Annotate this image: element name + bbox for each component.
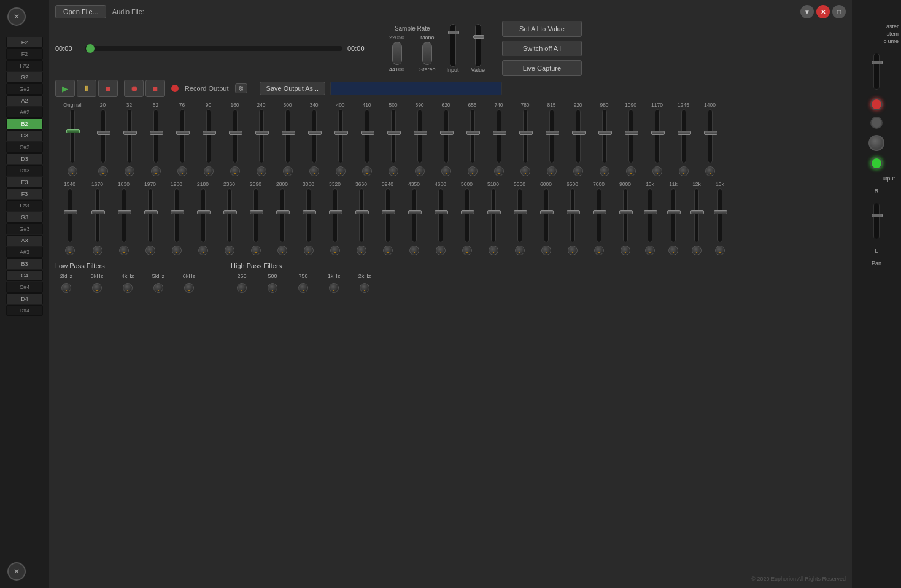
eq-fader-4350[interactable] xyxy=(412,188,417,242)
eq-knob-20[interactable] xyxy=(98,166,108,176)
eq-fader-1540[interactable] xyxy=(68,188,72,242)
eq-knob-740[interactable] xyxy=(494,166,504,176)
eq-knob-620[interactable] xyxy=(441,166,451,176)
hpf-knob-1k[interactable] xyxy=(329,283,339,293)
eq-fader-thumb-4350[interactable] xyxy=(408,210,422,214)
live-capture-button[interactable]: Live Capture xyxy=(502,60,582,76)
eq-knob-240[interactable] xyxy=(257,166,266,176)
eq-fader-815[interactable] xyxy=(549,109,554,163)
eq-fader-10k[interactable] xyxy=(648,188,652,242)
eq-knob-1970[interactable] xyxy=(145,246,155,255)
piano-key-d3[interactable]: D3 xyxy=(6,153,43,164)
piano-key-dsharp4[interactable]: D#4 xyxy=(6,305,43,316)
eq-fader-thumb-920[interactable] xyxy=(572,131,586,135)
eq-fader-thumb-5180[interactable] xyxy=(487,210,501,214)
eq-knob-10k[interactable] xyxy=(645,246,655,255)
pause-button[interactable]: ⏸ xyxy=(77,80,96,97)
eq-fader-340[interactable] xyxy=(312,109,317,163)
sample-rate-22050-slider[interactable] xyxy=(392,42,402,65)
eq-fader-thumb-2180[interactable] xyxy=(197,210,211,214)
set-all-to-value-button[interactable]: Set All to Value xyxy=(502,21,582,37)
eq-fader-620[interactable] xyxy=(444,109,449,163)
eq-fader-1980[interactable] xyxy=(174,188,179,242)
eq-fader-thumb-2800[interactable] xyxy=(276,210,290,214)
eq-fader-thumb-590[interactable] xyxy=(414,131,427,135)
eq-fader-thumb-20[interactable] xyxy=(97,131,110,135)
eq-fader-3080[interactable] xyxy=(306,188,311,242)
hpf-knob-2k[interactable] xyxy=(360,283,369,293)
eq-fader-thumb-410[interactable] xyxy=(361,131,374,135)
eq-knob-815[interactable] xyxy=(547,166,557,176)
eq-knob-original[interactable] xyxy=(68,166,77,176)
save-output-button[interactable]: Save Output As... xyxy=(260,82,326,95)
eq-fader-thumb-12k[interactable] xyxy=(690,210,704,214)
eq-knob-2180[interactable] xyxy=(198,246,208,255)
eq-fader-5000[interactable] xyxy=(465,188,470,242)
eq-fader-655[interactable] xyxy=(470,109,475,163)
piano-key-asharp2[interactable]: A#2 xyxy=(6,107,43,118)
eq-fader-52[interactable] xyxy=(153,109,158,163)
hpf-knob-750[interactable] xyxy=(298,283,308,293)
eq-knob-52[interactable] xyxy=(151,166,161,176)
eq-knob-2360[interactable] xyxy=(225,246,234,255)
eq-fader-thumb-11k[interactable] xyxy=(667,210,681,214)
eq-fader-300[interactable] xyxy=(285,109,290,163)
open-file-button[interactable]: Open File... xyxy=(55,5,106,18)
eq-fader-thumb-2360[interactable] xyxy=(223,210,237,214)
eq-fader-thumb-740[interactable] xyxy=(493,131,506,135)
eq-fader-920[interactable] xyxy=(576,109,581,163)
piano-key-c3[interactable]: C3 xyxy=(6,130,43,141)
progress-indicator[interactable] xyxy=(86,44,95,53)
eq-fader-thumb-1830[interactable] xyxy=(118,210,131,214)
eq-fader-410[interactable] xyxy=(365,109,369,163)
switch-off-all-button[interactable]: Switch off All xyxy=(502,41,582,56)
piano-key-a2[interactable]: A2 xyxy=(6,95,43,106)
output-filename-input[interactable] xyxy=(330,82,502,95)
eq-fader-240[interactable] xyxy=(259,109,264,163)
eq-fader-thumb-6000[interactable] xyxy=(540,210,554,214)
eq-fader-1090[interactable] xyxy=(628,109,633,163)
eq-knob-780[interactable] xyxy=(520,166,530,176)
eq-fader-7000[interactable] xyxy=(597,188,601,242)
eq-fader-2360[interactable] xyxy=(227,188,232,242)
eq-knob-5560[interactable] xyxy=(515,246,525,255)
piano-key-g3[interactable]: G3 xyxy=(6,212,43,223)
eq-knob-6500[interactable] xyxy=(568,246,578,255)
bottom-left-corner-button[interactable]: ✕ xyxy=(7,562,26,581)
eq-knob-920[interactable] xyxy=(573,166,583,176)
eq-fader-9000[interactable] xyxy=(623,188,628,242)
eq-knob-4680[interactable] xyxy=(436,246,446,255)
eq-fader-1400[interactable] xyxy=(708,109,713,163)
piano-key-gsharp2[interactable]: G#2 xyxy=(6,83,43,95)
eq-fader-1970[interactable] xyxy=(148,188,153,242)
eq-fader-thumb-1980[interactable] xyxy=(171,210,184,214)
eq-knob-980[interactable] xyxy=(600,166,609,176)
eq-fader-90[interactable] xyxy=(206,109,211,163)
eq-fader-thumb-300[interactable] xyxy=(282,131,295,135)
eq-fader-740[interactable] xyxy=(497,109,501,163)
eq-fader-thumb-2590[interactable] xyxy=(250,210,263,214)
eq-knob-12k[interactable] xyxy=(692,246,702,255)
piano-key-g2[interactable]: G2 xyxy=(6,72,43,83)
eq-fader-thumb-1670[interactable] xyxy=(91,210,105,214)
eq-knob-90[interactable] xyxy=(204,166,214,176)
eq-knob-1400[interactable] xyxy=(705,166,715,176)
eq-knob-3320[interactable] xyxy=(330,246,340,255)
stereo-mono-slider[interactable] xyxy=(422,42,432,65)
eq-fader-thumb-3080[interactable] xyxy=(303,210,316,214)
eq-fader-13k[interactable] xyxy=(717,188,722,242)
eq-fader-thumb-original[interactable] xyxy=(66,129,80,133)
piano-key-csharp3[interactable]: C#3 xyxy=(6,142,43,153)
record-button[interactable]: ⏺ xyxy=(124,80,144,97)
eq-fader-500[interactable] xyxy=(391,109,396,163)
eq-knob-11k[interactable] xyxy=(668,246,678,255)
eq-fader-original[interactable] xyxy=(70,109,75,163)
eq-fader-4680[interactable] xyxy=(438,188,443,242)
eq-knob-400[interactable] xyxy=(336,166,346,176)
eq-knob-655[interactable] xyxy=(468,166,478,176)
eq-fader-thumb-32[interactable] xyxy=(123,131,137,135)
eq-knob-590[interactable] xyxy=(415,166,425,176)
eq-fader-thumb-340[interactable] xyxy=(308,131,322,135)
eq-fader-thumb-1245[interactable] xyxy=(678,131,691,135)
eq-fader-thumb-160[interactable] xyxy=(229,131,242,135)
